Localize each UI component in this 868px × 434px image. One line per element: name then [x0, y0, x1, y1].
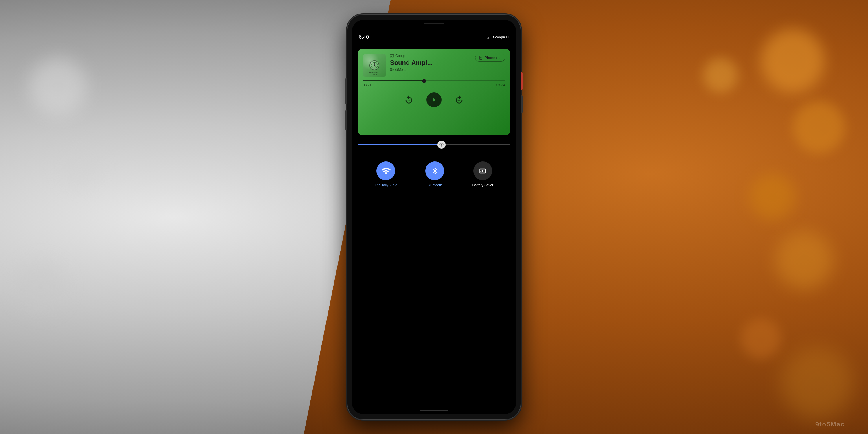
status-icons: Google Fi	[487, 35, 509, 39]
forward-30-button[interactable]: 30	[453, 94, 465, 106]
brightness-fill	[358, 144, 441, 145]
bokeh-6	[749, 174, 796, 220]
battery-saver-tile-label: Battery Saver	[472, 183, 494, 187]
media-subtitle: 9to5Mac	[390, 67, 471, 72]
volume-down-left-button[interactable]	[345, 110, 347, 130]
forward-30-icon: 30	[454, 95, 464, 105]
media-header: 9TOGOOGLE DAILY	[363, 54, 505, 77]
wifi-tile[interactable]: TheDailyBugle	[375, 161, 397, 187]
svg-marker-3	[487, 38, 488, 39]
play-button[interactable]	[427, 92, 441, 107]
podcast-art-label: 9TOGOOGLE DAILY	[363, 72, 386, 76]
progress-section[interactable]: 03:21 07:34	[363, 81, 505, 87]
album-art: 9TOGOOGLE DAILY	[363, 54, 386, 77]
battery-saver-tile-icon: +	[473, 161, 492, 180]
svg-point-14	[377, 66, 378, 67]
carrier-name: Google Fi	[493, 35, 509, 39]
progress-fill	[363, 81, 424, 81]
notch	[411, 20, 457, 29]
wifi-tile-label: TheDailyBugle	[375, 183, 397, 187]
svg-marker-1	[490, 36, 490, 39]
power-button[interactable]	[521, 72, 523, 90]
brightness-unfill	[441, 144, 510, 145]
clock-icon	[369, 60, 380, 71]
svg-line-28	[443, 146, 443, 146]
svg-point-10	[376, 63, 377, 64]
wifi-icon	[381, 166, 391, 176]
watermark: 9to5Mac	[815, 421, 845, 428]
svg-point-22	[441, 144, 442, 145]
output-device-label: Phone s...	[484, 56, 501, 60]
bokeh-5	[793, 101, 845, 153]
bluetooth-tile-label: Bluetooth	[427, 183, 442, 187]
svg-line-29	[440, 146, 441, 146]
app-name-text: Google	[395, 54, 406, 58]
cast-icon	[390, 54, 394, 58]
battery-saver-icon: +	[479, 166, 487, 176]
wifi-tile-icon	[376, 161, 395, 180]
svg-point-16	[376, 67, 377, 68]
earpiece	[424, 23, 444, 24]
bokeh-7	[775, 231, 833, 289]
nav-indicator	[420, 410, 448, 411]
bokeh-8	[741, 318, 781, 359]
svg-line-27	[440, 143, 441, 144]
bokeh-2	[58, 145, 101, 188]
phone-frame: 6:40 Google Fi	[347, 14, 521, 420]
battery-saver-tile[interactable]: + Battery Saver	[472, 161, 494, 187]
svg-text:10: 10	[408, 99, 410, 101]
svg-line-30	[443, 143, 443, 144]
media-card[interactable]: 9TOGOOGLE DAILY	[358, 49, 510, 135]
svg-rect-18	[480, 56, 482, 58]
bokeh-3	[14, 260, 66, 312]
screen-content: 6:40 Google Fi	[352, 20, 516, 414]
album-art-inner: 9TOGOOGLE DAILY	[363, 54, 386, 77]
rewind-10-icon: 10	[404, 95, 414, 105]
svg-point-19	[480, 58, 481, 59]
svg-marker-0	[491, 35, 491, 39]
volume-down-button[interactable]	[521, 95, 523, 113]
svg-text:30: 30	[458, 99, 460, 101]
bluetooth-icon	[431, 166, 439, 176]
bokeh-10	[703, 58, 738, 93]
phone-screen: 6:40 Google Fi	[352, 20, 516, 414]
media-title: Sound Ampl...	[390, 59, 471, 66]
quick-tiles: TheDailyBugle Bluetooth	[352, 161, 516, 187]
bokeh-4	[761, 29, 825, 93]
brightness-track[interactable]	[358, 144, 510, 145]
play-icon	[431, 97, 437, 103]
progress-thumb[interactable]	[422, 79, 426, 83]
svg-text:+: +	[480, 170, 482, 172]
brightness-slider-section[interactable]	[358, 144, 510, 145]
progress-track[interactable]	[363, 81, 505, 81]
phone-body: 6:40 Google Fi	[347, 14, 521, 420]
svg-point-12	[377, 64, 378, 65]
svg-point-8	[373, 62, 374, 63]
status-bar: 6:40 Google Fi	[352, 31, 516, 43]
svg-rect-32	[485, 170, 486, 172]
media-info-section: Google Sound Ampl... 9to5Mac	[390, 54, 471, 72]
time-row: 03:21 07:34	[363, 83, 505, 87]
svg-point-11	[371, 64, 372, 65]
svg-point-9	[375, 62, 376, 63]
svg-point-7	[372, 63, 373, 64]
output-device-button[interactable]: Phone s...	[475, 54, 505, 62]
phone-speaker-icon	[479, 56, 483, 60]
signal-icon	[487, 35, 491, 39]
bluetooth-tile-icon	[425, 161, 444, 180]
sun-icon	[439, 142, 444, 147]
brightness-thumb[interactable]	[437, 141, 445, 149]
current-time: 03:21	[363, 83, 372, 87]
svg-marker-2	[488, 37, 489, 39]
bokeh-9	[781, 347, 854, 420]
rewind-10-button[interactable]: 10	[403, 94, 415, 106]
media-app-name: Google	[390, 54, 471, 58]
volume-up-button[interactable]	[345, 78, 347, 104]
bluetooth-tile[interactable]: Bluetooth	[425, 161, 444, 187]
svg-point-13	[371, 66, 372, 67]
media-controls: 10 30	[363, 92, 505, 107]
total-time: 07:34	[496, 83, 505, 87]
status-time: 6:40	[359, 34, 369, 40]
svg-point-15	[372, 67, 373, 68]
bokeh-1	[29, 58, 87, 116]
